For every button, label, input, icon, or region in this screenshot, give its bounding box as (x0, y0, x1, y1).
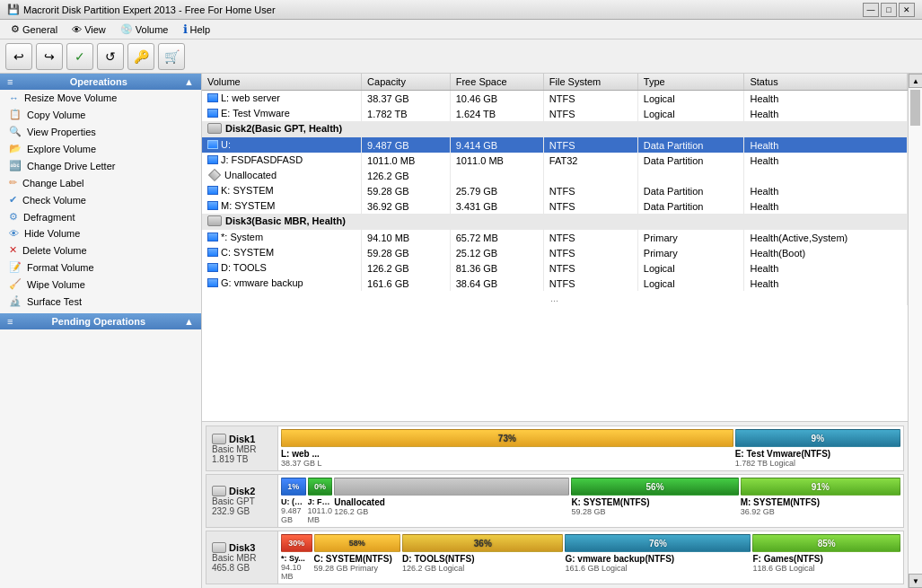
op-explore-label: Explore Volume (27, 144, 96, 154)
op-hide[interactable]: 👁 Hide Volume (0, 225, 201, 241)
cell-type: Logical (637, 106, 744, 121)
toolbar: ↩ ↪ ✓ ↺ 🔑 🛒 (0, 39, 922, 74)
maximize-button[interactable]: □ (881, 3, 897, 17)
disk2-seg-unalloc[interactable] (334, 478, 569, 496)
key-button[interactable]: 🔑 (127, 43, 154, 70)
pending-collapse-icon[interactable]: ▲ (184, 316, 194, 327)
cell-fs: NTFS (543, 198, 637, 214)
back-icon: ↩ (13, 49, 24, 64)
table-row[interactable]: J: FSDFASDFASD 1011.0 MB 1011.0 MB FAT32… (202, 153, 908, 168)
operations-icon: ≡ (7, 76, 13, 87)
cell-status: Health (744, 153, 908, 168)
table-row[interactable]: Unallocated 126.2 GB (202, 168, 908, 183)
scrollbar-vertical[interactable]: ▲ ▼ (908, 74, 922, 588)
disk2-label-j: J: FSDF... 1011.0 MB (308, 497, 333, 524)
app-icon: 💾 (7, 4, 20, 15)
table-row[interactable]: K: SYSTEM 59.28 GB 25.79 GB NTFS Data Pa… (202, 183, 908, 198)
op-view-props[interactable]: 🔍 View Properties (0, 123, 201, 140)
apply-button[interactable]: ✓ (66, 43, 93, 70)
collapse-icon[interactable]: ▲ (184, 76, 194, 87)
disk1-name: Disk1 (229, 434, 255, 444)
table-row[interactable]: G: vmware backup 161.6 GB 38.64 GB NTFS … (202, 276, 908, 291)
disk2-seg-u[interactable]: 1% (281, 478, 306, 496)
cell-type: Logical (637, 276, 744, 291)
cart-button[interactable]: 🛒 (158, 43, 185, 70)
disk2-bar: 1% 0% 56% 91% (281, 478, 900, 496)
disk3-seg-g[interactable]: 76% (565, 534, 751, 552)
scroll-track[interactable] (909, 88, 922, 574)
table-row[interactable]: L: web server 38.37 GB 10.46 GB NTFS Log… (202, 91, 908, 107)
table-row[interactable]: D: TOOLS 126.2 GB 81.36 GB NTFS Logical … (202, 260, 908, 276)
disk2-row: Disk2 Basic GPT 232.9 GB 1% 0% 56% 91% (206, 474, 904, 528)
disk3-row: Disk3 Basic MBR 465.8 GB 30% 58% 36% 76%… (206, 531, 904, 584)
disk2-name: Disk2 (229, 486, 255, 496)
col-status: Status (744, 74, 908, 91)
disk2-seg-j[interactable]: 0% (308, 478, 333, 496)
op-explore[interactable]: 📂 Explore Volume (0, 140, 201, 157)
cell-type: Data Partition (637, 153, 744, 168)
disk3-size: 465.8 GB (212, 563, 272, 573)
scroll-thumb[interactable] (910, 90, 920, 126)
op-defrag[interactable]: ⚙ Defragment (0, 208, 201, 225)
titlebar: 💾 Macrorit Disk Partition Expert 2013 - … (0, 0, 922, 20)
refresh-button[interactable]: ↺ (97, 43, 124, 70)
table-header-row: Volume Capacity Free Space File System T… (202, 74, 908, 91)
cell-free: 10.46 GB (450, 91, 543, 107)
menu-volume[interactable]: 💿 Volume (113, 22, 176, 37)
cell-volume: Unallocated (202, 168, 362, 183)
op-format-label: Format Volume (27, 262, 94, 273)
table-row[interactable]: U: 9.487 GB 9.414 GB NTFS Data Partition… (202, 137, 908, 153)
table-row[interactable]: *: System 94.10 MB 65.72 MB NTFS Primary… (202, 230, 908, 245)
menu-general[interactable]: ⚙ General (4, 22, 65, 37)
scroll-down-button[interactable]: ▼ (909, 574, 922, 588)
cell-free (450, 168, 543, 183)
col-volume: Volume (202, 74, 362, 91)
op-change-label-label: Change Label (22, 178, 84, 189)
forward-button[interactable]: ↪ (36, 43, 63, 70)
op-wipe-label: Wipe Volume (27, 279, 85, 290)
left-panel: ≡ Opereations ▲ ↔ Resize Move Volume 📋 C… (0, 74, 202, 588)
explore-icon: 📂 (9, 143, 22, 154)
cell-type: Logical (637, 260, 744, 276)
cell-fs: NTFS (543, 245, 637, 260)
disk2-seg-k[interactable]: 56% (571, 478, 738, 496)
table-row[interactable]: M: SYSTEM 36.92 GB 3.431 GB NTFS Data Pa… (202, 198, 908, 214)
op-resize-move[interactable]: ↔ Resize Move Volume (0, 90, 201, 106)
disk2-size: 232.9 GB (212, 506, 272, 516)
menu-help[interactable]: ℹ Help (176, 21, 218, 38)
view-menu-icon: 👁 (72, 24, 82, 35)
op-format[interactable]: 📝 Format Volume (0, 259, 201, 276)
disk1-hdd-icon (212, 434, 226, 444)
menu-general-label: General (22, 24, 57, 35)
back-button[interactable]: ↩ (5, 43, 32, 70)
cell-capacity: 9.487 GB (362, 137, 451, 153)
cart-icon: 🛒 (164, 49, 180, 64)
op-delete[interactable]: ✕ Delete Volume (0, 241, 201, 259)
disk1-seg-l[interactable]: 73% (281, 429, 733, 447)
op-surface-test[interactable]: 🔬 Surface Test (0, 293, 201, 310)
disk2-label: Disk2 Basic GPT 232.9 GB (206, 475, 278, 527)
op-copy[interactable]: 📋 Copy Volume (0, 106, 201, 123)
op-change-letter[interactable]: 🔤 Change Drive Letter (0, 157, 201, 174)
close-button[interactable]: ✕ (899, 3, 915, 17)
minimize-button[interactable]: — (863, 3, 879, 17)
disk3-seg-sys[interactable]: 30% (281, 534, 312, 552)
disk3-seg-c[interactable]: 58% (314, 534, 401, 552)
cell-free: 81.36 GB (450, 260, 543, 276)
disk2-seg-m[interactable]: 91% (741, 478, 900, 496)
cell-type (637, 168, 744, 183)
op-check[interactable]: ✔ Check Volume (0, 191, 201, 208)
op-wipe[interactable]: 🧹 Wipe Volume (0, 276, 201, 293)
menu-view[interactable]: 👁 View (65, 22, 113, 37)
cell-volume: K: SYSTEM (202, 183, 362, 198)
table-row[interactable]: E: Test Vmware 1.782 TB 1.624 TB NTFS Lo… (202, 106, 908, 121)
scroll-up-button[interactable]: ▲ (909, 74, 922, 88)
op-change-label[interactable]: ✏ Change Label (0, 174, 201, 191)
disk3-seg-d[interactable]: 36% (402, 534, 563, 552)
cell-free: 25.79 GB (450, 183, 543, 198)
disk1-seg-e[interactable]: 9% (735, 429, 900, 447)
table-row[interactable]: C: SYSTEM 59.28 GB 25.12 GB NTFS Primary… (202, 245, 908, 260)
disk2-type: Basic GPT (212, 496, 272, 506)
cell-status: Health (744, 91, 908, 107)
disk3-seg-f[interactable]: 85% (752, 534, 900, 552)
